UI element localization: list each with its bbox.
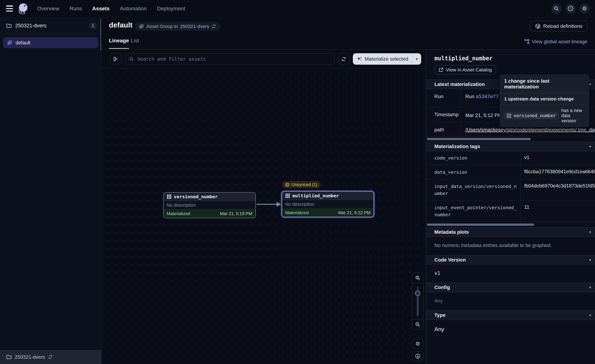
chevron-down-icon[interactable]: ▾ [589,258,591,262]
zoom-out-icon[interactable] [412,319,423,329]
nav-assets[interactable]: Assets [92,6,110,12]
section-metadata-plots[interactable]: Metadata plots ▾ [426,227,595,237]
popover-change-text: has a new data version [561,108,586,123]
tag-row: data_version f6ccba1776380941e9cd1ea6648… [426,165,595,180]
node-name: multiplied_number [292,193,339,198]
chevron-down-icon[interactable]: ▾ [589,82,591,87]
chip-repo-link[interactable]: 250321-dvers [180,24,209,29]
sidebar-repo-row[interactable]: 250321-dvers 1 [0,17,101,34]
search-icon [129,56,134,62]
metadata-plots-empty-text: No numeric metadata entries available to… [426,237,595,255]
help-icon[interactable]: ? [565,3,576,14]
zoom-in-icon[interactable] [412,273,423,283]
type-value: Any [426,320,595,339]
changes-popover: 1 change since last materialization 1 up… [500,74,589,127]
lineage-graph-icon [524,39,530,44]
code-version-value: v1 [426,265,595,283]
section-code-version[interactable]: Code Version ▾ [426,255,595,265]
chevron-down-icon[interactable]: ▾ [589,313,591,317]
nav-overview[interactable]: Overview [37,6,59,12]
asset-chip-versioned-number[interactable]: versioned_number [503,112,559,119]
topbar: Overview Runs Assets Automation Deployme… [0,0,595,17]
materialize-dropdown-caret[interactable]: ▾ [412,57,421,61]
sync-icon[interactable] [211,24,216,29]
table-icon [167,194,172,199]
search-icon[interactable] [551,3,561,14]
dagster-app: Overview Runs Assets Automation Deployme… [0,0,595,364]
nav-runs[interactable]: Runs [70,6,82,12]
chevron-down-icon[interactable]: ▾ [589,285,591,290]
section-materialization-tags[interactable]: Materialization tags ▾ [426,142,595,151]
download-icon[interactable] [412,351,424,361]
repo-count-badge: 1 [89,22,97,29]
asset-node-multiplied-number[interactable]: multiplied_number No description Materia… [282,191,374,217]
reload-definitions-label: Reload definitions [543,23,582,29]
menu-icon[interactable] [5,5,14,12]
node-status: Materialized [167,211,190,216]
dagster-logo-icon[interactable] [17,1,30,16]
reload-cube-icon [535,23,541,29]
zoom-slider[interactable] [412,283,423,319]
sidebar-footer[interactable]: 250321-dvers [0,350,101,364]
path-link[interactable]: /Users/smackesey/stm/code/elementl/exper… [465,127,595,133]
tab-lineage[interactable]: Lineage [109,37,129,49]
asset-detail-panel: multiplied_number View in Asset Catalog … [426,50,595,364]
section-type[interactable]: Type ▾ [426,310,595,320]
view-in-asset-catalog-button[interactable]: View in Asset Catalog [434,65,496,75]
node-name: versioned_number [174,194,218,199]
chevron-down-icon[interactable]: ▾ [589,230,591,234]
main-content: default Asset Group in 250321-dvers Relo… [102,17,595,364]
settings-gear-icon[interactable]: ⚙ [579,3,590,14]
nav-deployment[interactable]: Deployment [157,6,185,12]
tabs-row: Lineage List View global asset lineage [102,36,595,50]
sidebar: 250321-dvers 1 default 250321-dvers [0,17,102,364]
node-description: No description [282,200,374,208]
popover-title: 1 change since last materialization [500,74,589,93]
materialize-selected-label: Materialize selected [365,56,408,62]
zoom-controls [412,273,424,330]
popover-subtitle: 1 upstream data version change [500,93,589,105]
open-panel-icon[interactable] [110,53,121,65]
unsynced-badge-label: Unsynced (1) [291,182,317,187]
lineage-canvas[interactable]: Unsynced (1) versioned_number No descrip… [102,69,426,364]
horizontal-scrollbar[interactable] [427,138,531,140]
view-global-asset-lineage-link[interactable]: View global asset lineage [524,39,587,44]
materialize-selected-button[interactable]: Materialize selected ▾ [353,53,421,65]
table-icon [507,113,511,118]
sidebar-scrollbar[interactable] [100,19,101,50]
asset-search-box [125,53,335,65]
reload-definitions-button[interactable]: Reload definitions [530,21,587,31]
sidebar-item-default[interactable]: default [3,37,98,48]
edge-arrow [255,200,283,208]
materialize-sparkle-icon [357,56,362,62]
node-description: No description [164,201,255,209]
section-config[interactable]: Config ▾ [426,283,595,292]
zoom-slider-thumb[interactable] [415,290,421,296]
unsynced-badge[interactable]: Unsynced (1) [282,181,321,189]
search-input[interactable] [136,56,331,62]
graph-settings-gear-icon[interactable]: ⚙ [412,339,424,349]
config-value: Any [426,292,595,310]
external-link-icon [439,67,444,72]
folder-icon [6,354,12,360]
tab-list[interactable]: List [131,37,139,48]
asset-node-versioned-number[interactable]: versioned_number No description Material… [163,192,256,218]
repo-name: 250321-dvers [15,23,46,28]
page-title: default [109,21,133,29]
asset-group-icon [7,40,13,45]
horizontal-scrollbar[interactable] [427,224,534,226]
folder-icon [6,23,12,28]
asset-title: multiplied_number [434,55,595,62]
nav-automation[interactable]: Automation [120,6,147,12]
view-in-asset-catalog-label: View in Asset Catalog [446,67,492,72]
run-id-link[interactable]: a5347ef7 [476,94,499,99]
tag-row: input_event_pointer/versioned_number 11 [426,201,595,222]
page-header: default Asset Group in 250321-dvers Relo… [102,17,595,36]
refresh-icon[interactable] [338,53,350,65]
graph-toolbar: Materialize selected ▾ [102,50,426,69]
asset-group-chip[interactable]: Asset Group in 250321-dvers [135,22,220,31]
node-timestamp: Mar 21, 5:12 PM [338,210,370,215]
sync-icon[interactable] [48,355,53,359]
svg-text:?: ? [569,7,571,10]
chevron-down-icon[interactable]: ▾ [589,144,591,149]
